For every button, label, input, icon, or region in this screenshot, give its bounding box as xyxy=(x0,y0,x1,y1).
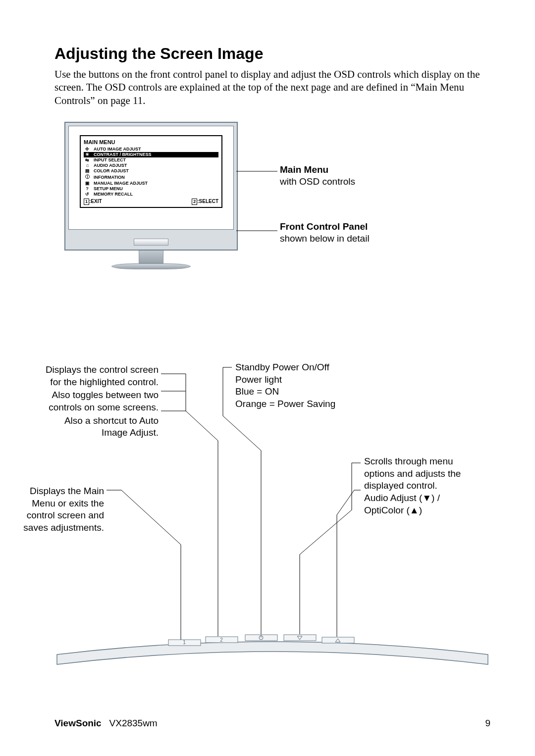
monitor-screen: MAIN MENU ✣AUTO IMAGE ADJUST☀CONTRAST / … xyxy=(68,126,234,230)
label-front-panel-title: Front Control Panel xyxy=(280,221,370,233)
osd-menu: MAIN MENU ✣AUTO IMAGE ADJUST☀CONTRAST / … xyxy=(80,135,222,208)
footer-model: VX2835wm xyxy=(109,718,158,728)
osd-item-0: ✣AUTO IMAGE ADJUST xyxy=(84,147,218,152)
osd-title: MAIN MENU xyxy=(84,139,218,145)
osd-item-label: COLOR ADJUST xyxy=(94,168,129,173)
osd-item-icon: ☀ xyxy=(84,152,91,157)
callout-arrows-line2: Audio Adjust (▼) / OptiColor (▲) xyxy=(364,492,478,516)
svg-text:1: 1 xyxy=(183,640,186,645)
monitor-figure: MAIN MENU ✣AUTO IMAGE ADJUST☀CONTRAST / … xyxy=(54,122,490,295)
osd-key-2: 2 xyxy=(192,199,197,205)
osd-item-label: CONTRAST / BRIGHTNESS xyxy=(94,152,152,157)
osd-select-label: :SELECT xyxy=(197,199,218,204)
label-front-panel: Front Control Panel shown below in detai… xyxy=(280,221,370,245)
label-main-menu-sub: with OSD controls xyxy=(280,176,355,188)
osd-footer: 1:EXIT 2:SELECT xyxy=(84,199,218,205)
callout-button2-line3: Also a shortcut to Auto Image Adjust. xyxy=(45,415,159,439)
osd-item-icon: ▤ xyxy=(84,168,91,173)
callout-button2-line1: Displays the control screen for the high… xyxy=(45,364,159,388)
svg-rect-9 xyxy=(284,635,316,641)
osd-item-icon: ▣ xyxy=(84,181,91,186)
monitor-stand xyxy=(111,251,191,275)
osd-item-label: INPUT SELECT xyxy=(94,157,126,162)
osd-item-1: ☀CONTRAST / BRIGHTNESS xyxy=(84,152,218,157)
callout-button1: Displays the Main Menu or exits the cont… xyxy=(15,485,104,534)
callout-arrows-line1: Scrolls through menu options and adjusts… xyxy=(364,455,478,492)
monitor-bezel: MAIN MENU ✣AUTO IMAGE ADJUST☀CONTRAST / … xyxy=(64,122,238,251)
osd-item-5: ⓘINFORMATION xyxy=(84,174,218,181)
svg-line-20 xyxy=(121,490,181,545)
osd-item-label: INFORMATION xyxy=(94,175,125,180)
osd-item-label: SETUP MENU xyxy=(94,186,123,191)
osd-item-label: AUDIO ADJUST xyxy=(94,163,127,168)
osd-item-label: MEMORY RECALL xyxy=(94,192,133,197)
monitor-logo xyxy=(134,239,168,246)
osd-item-7: ?SETUP MENU xyxy=(84,186,218,192)
callout-power-line2: Power light xyxy=(235,374,384,386)
osd-item-3: ♫AUDIO ADJUST xyxy=(84,163,218,168)
footer-page-number: 9 xyxy=(485,718,490,729)
callout-arrows: Scrolls through menu options and adjusts… xyxy=(364,455,478,516)
osd-item-icon: ♫ xyxy=(84,163,91,168)
label-front-panel-sub: shown below in detail xyxy=(280,233,370,245)
svg-line-17 xyxy=(186,411,218,441)
label-main-menu-title: Main Menu xyxy=(280,164,355,176)
osd-item-label: AUTO IMAGE ADJUST xyxy=(94,147,141,151)
osd-item-2: ⇆INPUT SELECT xyxy=(84,157,218,163)
callout-power-line1: Standby Power On/Off xyxy=(235,361,384,374)
callout-power-line4: Orange = Power Saving xyxy=(235,398,384,410)
callout-power-line3: Blue = ON xyxy=(235,386,384,398)
osd-item-icon: ? xyxy=(84,186,91,191)
osd-item-6: ▣MANUAL IMAGE ADJUST xyxy=(84,181,218,186)
osd-item-8: ↺MEMORY RECALL xyxy=(84,192,218,197)
page-heading: Adjusting the Screen Image xyxy=(54,45,490,63)
page-footer: ViewSonic VX2835wm 9 xyxy=(54,718,490,729)
callout-button2: Displays the control screen for the high… xyxy=(45,364,159,439)
osd-item-icon: ↺ xyxy=(84,192,91,197)
footer-brand: ViewSonic xyxy=(54,718,102,728)
callout-button1-text: Displays the Main Menu or exits the cont… xyxy=(15,485,104,534)
label-main-menu: Main Menu with OSD controls xyxy=(280,164,355,188)
osd-exit-label: :EXIT xyxy=(89,199,102,204)
osd-item-icon: ✣ xyxy=(84,147,91,151)
callout-button2-line2: Also toggles between two controls on som… xyxy=(45,389,159,413)
intro-paragraph: Use the buttons on the front control pan… xyxy=(54,68,490,107)
front-panel-figure: 1 2 xyxy=(54,361,490,668)
osd-key-1: 1 xyxy=(84,199,89,205)
osd-item-4: ▤COLOR ADJUST xyxy=(84,168,218,174)
osd-item-icon: ⓘ xyxy=(84,174,91,180)
osd-item-icon: ⇆ xyxy=(84,157,91,162)
callout-power: Standby Power On/Off Power light Blue = … xyxy=(235,361,384,410)
osd-item-label: MANUAL IMAGE ADJUST xyxy=(94,181,148,186)
svg-text:2: 2 xyxy=(220,637,223,643)
